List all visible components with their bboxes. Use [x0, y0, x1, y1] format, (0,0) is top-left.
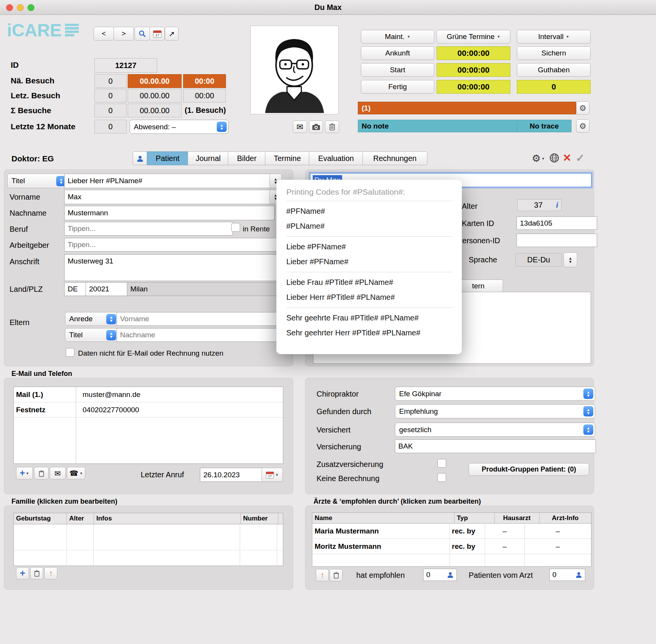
karten-id-input[interactable] — [516, 216, 597, 230]
anruf-calendar-button[interactable]: 17 ▼ — [261, 468, 283, 482]
email-photo-button[interactable]: ✉ — [293, 120, 307, 133]
hat-empfohlen-count[interactable]: 0 — [423, 569, 457, 581]
alert-bar[interactable]: (1) — [358, 102, 576, 114]
add-family-button[interactable]: + — [16, 567, 29, 579]
delete-contact-button[interactable] — [34, 467, 49, 480]
aerzte-header-hausarzt[interactable]: Hausarzt — [495, 513, 539, 524]
familie-header-infos[interactable]: Infos — [94, 513, 241, 524]
eltern-titel-dropdown[interactable]: Titel ▲▼ — [65, 328, 118, 342]
promote-arzt-button[interactable]: ↑ — [316, 569, 329, 581]
intervall-dropdown[interactable]: Intervall▼ — [517, 30, 591, 44]
versichert-select[interactable]: gesetzlich ▲▼ — [395, 423, 595, 437]
familie-header-number[interactable]: Number — [241, 513, 278, 524]
arbeitgeber-input[interactable] — [64, 238, 290, 252]
info-icon[interactable]: i — [556, 201, 558, 210]
familie-header-geburtstag[interactable]: Geburtstag — [14, 513, 67, 524]
familie-header-alter[interactable]: Alter — [67, 513, 94, 524]
ankunft-button[interactable]: Ankunft — [361, 46, 434, 60]
form-settings-button[interactable]: ⚙▼ — [532, 153, 545, 164]
eltern-vorname-input[interactable] — [117, 312, 290, 326]
letzter-anruf-input[interactable] — [200, 468, 263, 482]
contact-row-type[interactable]: Festnetz — [14, 403, 78, 417]
nachname-input[interactable] — [64, 206, 274, 220]
popup-item[interactable]: #PLName# — [286, 219, 452, 234]
tab-journal[interactable]: Journal — [188, 151, 229, 165]
sichern-button[interactable]: Sichern — [517, 46, 591, 60]
delete-photo-button[interactable] — [325, 120, 339, 133]
familie-table[interactable]: Geburtstag Alter Infos Number — [13, 513, 283, 566]
eltern-nachname-input[interactable] — [117, 328, 290, 342]
titel-dropdown[interactable]: Titel ▲▼ — [7, 174, 68, 188]
web-button[interactable] — [549, 153, 559, 165]
search-button[interactable] — [135, 27, 150, 41]
add-contact-button[interactable]: +▼ — [16, 467, 33, 480]
start-button[interactable]: Start — [361, 63, 434, 77]
close-window-button[interactable] — [6, 4, 13, 11]
gefunden-select[interactable]: Empfehlung ▲▼ — [395, 404, 595, 418]
promote-family-button[interactable]: ↑ — [44, 567, 57, 579]
vorname-input[interactable] — [64, 190, 274, 204]
cancel-button[interactable]: ✕ — [563, 152, 572, 164]
keine-berechnung-checkbox[interactable] — [437, 473, 446, 482]
popup-item[interactable]: #PFName# — [286, 204, 452, 219]
nav-back-button[interactable]: < — [94, 27, 114, 41]
contact-row-value[interactable]: muster@mann.de — [78, 388, 283, 402]
popup-item[interactable]: Lieber Herr #PTitle# #PLName# — [286, 290, 452, 305]
delete-family-button[interactable] — [30, 567, 43, 579]
anschrift-input[interactable]: Musterweg 31 — [64, 254, 290, 281]
gruene-termine-dropdown[interactable]: Grüne Termine▼ — [437, 30, 510, 44]
ort-field[interactable]: Milan ✎ — [127, 282, 290, 296]
produkt-gruppen-button[interactable]: Produkt-Gruppen Patient: (0) — [469, 463, 589, 476]
zusatz-checkbox[interactable] — [437, 459, 446, 468]
calendar-button[interactable]: 17 — [149, 27, 165, 41]
aerzte-header-typ[interactable]: Typ — [455, 513, 495, 524]
tab-termine[interactable]: Termine — [265, 151, 310, 165]
contact-row-value[interactable]: 04020227700000 — [78, 403, 283, 417]
sprache-stepper-button[interactable]: ▲▼ — [563, 252, 577, 267]
patienten-vom-arzt-count[interactable]: 0 — [549, 569, 585, 581]
detach-button[interactable]: ↗ — [165, 27, 179, 41]
absent-select[interactable]: Abwesend: – ▲▼ — [130, 120, 229, 134]
popup-item[interactable]: Lieber #PFName# — [286, 254, 452, 269]
tab-rechnungen[interactable]: Rechnungen — [362, 151, 427, 165]
guthaben-button[interactable]: Guthaben — [517, 63, 591, 77]
patient-icon-tab[interactable] — [133, 151, 148, 165]
aerzte-row[interactable]: Maria Mustermann rec. by – – — [312, 524, 591, 539]
delete-arzt-button[interactable] — [330, 569, 343, 581]
privacy-checkbox[interactable] — [66, 348, 75, 357]
tab-bilder[interactable]: Bilder — [228, 151, 266, 165]
aerzte-header-info[interactable]: Arzt-Info — [539, 513, 591, 524]
personen-id-input[interactable] — [516, 234, 597, 247]
nav-forward-button[interactable]: > — [114, 27, 134, 41]
tab-patient[interactable]: Patient — [147, 151, 188, 165]
maint-dropdown[interactable]: Maint.▼ — [361, 30, 434, 44]
aerzte-row[interactable]: Moritz Mustermann rec. by – – — [312, 539, 591, 554]
popup-item[interactable]: Liebe Frau #PTitle# #PLName# — [286, 275, 452, 290]
salutation-input[interactable]: Lieber Herr #PLName# — [64, 174, 274, 188]
alert-settings-button[interactable]: ⚙ — [576, 101, 589, 115]
tab-evaluation[interactable]: Evaluation — [309, 151, 363, 165]
minimize-window-button[interactable] — [17, 4, 24, 11]
plz-input[interactable] — [86, 282, 132, 296]
aerzte-header-name[interactable]: Name — [312, 513, 455, 524]
beruf-input[interactable] — [64, 222, 233, 236]
versicherung-input[interactable] — [395, 439, 596, 453]
aerzte-table[interactable]: Name Typ Hausarzt Arzt-Info Maria Muster… — [312, 512, 591, 567]
no-trace-bar[interactable]: No trace — [517, 120, 572, 132]
popup-item[interactable]: Sehr geehrter Herr #PTitle# #PLName# — [286, 325, 452, 340]
confirm-button[interactable]: ✓ — [576, 152, 585, 164]
send-email-button[interactable]: ✉ — [50, 467, 66, 480]
no-note-bar[interactable]: No note — [358, 120, 517, 132]
contact-table[interactable]: Mail (1.) muster@mann.de Festnetz 040202… — [13, 387, 283, 464]
zoom-window-button[interactable] — [28, 4, 34, 11]
fertig-button[interactable]: Fertig — [361, 80, 434, 94]
popup-item[interactable]: Liebe #PFName# — [286, 239, 452, 254]
sprache-field[interactable]: DE-Du — [515, 253, 562, 267]
camera-button[interactable] — [309, 120, 323, 133]
note-settings-button[interactable]: ⚙ — [576, 119, 589, 133]
in-rente-checkbox[interactable] — [231, 223, 240, 232]
chiropraktor-select[interactable]: Efe Gökpinar ▲▼ — [395, 387, 595, 401]
contact-row-type[interactable]: Mail (1.) — [14, 388, 78, 402]
anrede-dropdown[interactable]: Anrede ▲▼ — [65, 312, 118, 326]
call-button[interactable]: ☎▼ — [67, 467, 85, 480]
